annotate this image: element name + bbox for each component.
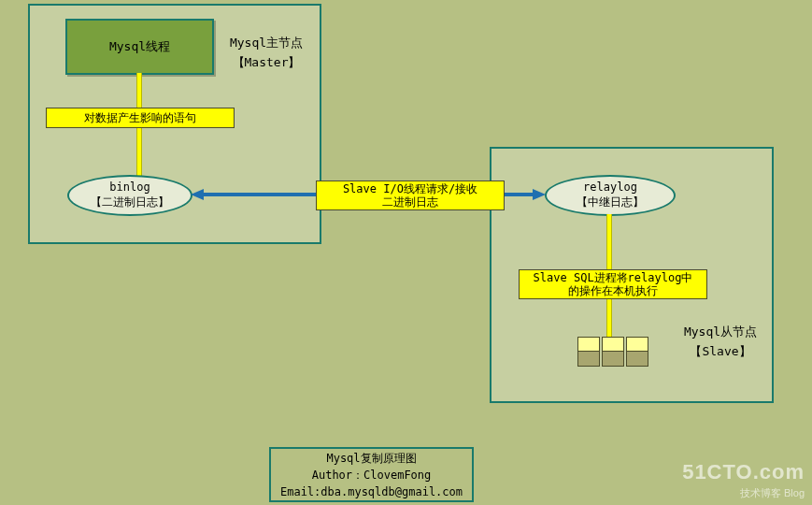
master-title-line1: Mysql主节点 xyxy=(224,34,308,53)
mysql-thread-label: Mysql线程 xyxy=(109,38,170,55)
disk-icon xyxy=(626,337,648,367)
stmt-box: 对数据产生影响的语句 xyxy=(46,108,235,128)
io-thread-label: Slave I/O线程请求/接收 二进制日志 xyxy=(343,182,477,209)
slave-title: Mysql从节点 【Slave】 xyxy=(678,323,762,362)
slave-title-line1: Mysql从节点 xyxy=(678,323,762,342)
footer-box: Mysql复制原理图 Author：ClovemFong Email:dba.m… xyxy=(269,447,474,502)
sql-thread-box: Slave SQL进程将relaylog中 的操作在本机执行 xyxy=(519,269,707,299)
watermark-logo: 51CTO.com xyxy=(682,459,805,486)
relaylog-line1: relaylog xyxy=(583,180,637,195)
svg-marker-3 xyxy=(533,189,546,200)
diagram-canvas: Mysql主节点 【Master】 Mysql线程 对数据产生影响的语句 bin… xyxy=(0,0,812,505)
connector-stmt-to-binlog xyxy=(136,128,142,176)
watermark-sub: 技术博客 Blog xyxy=(682,486,805,499)
stmt-label: 对数据产生影响的语句 xyxy=(84,110,196,126)
binlog-line2: 【二进制日志】 xyxy=(91,195,169,210)
sql-thread-label: Slave SQL进程将relaylog中 的操作在本机执行 xyxy=(534,271,693,298)
arrow-mid-to-binlog xyxy=(191,188,317,201)
watermark: 51CTO.com 技术博客 Blog xyxy=(682,459,805,499)
relaylog-ellipse: relaylog 【中继日志】 xyxy=(545,175,676,216)
footer-email: Email:dba.mysqldb@gmail.com xyxy=(280,483,463,500)
master-title-line2: 【Master】 xyxy=(224,53,308,73)
slave-title-line2: 【Slave】 xyxy=(678,342,762,362)
footer-title: Mysql复制原理图 xyxy=(326,450,416,467)
footer-author: Author：ClovemFong xyxy=(312,467,432,483)
connector-relaylog-to-sql xyxy=(606,214,612,269)
mysql-thread-box: Mysql线程 xyxy=(65,19,214,75)
connector-thread-to-stmt xyxy=(136,73,142,108)
disk-icon xyxy=(602,337,624,367)
relaylog-line2: 【中继日志】 xyxy=(577,195,644,210)
disk-icon xyxy=(577,337,600,367)
binlog-ellipse: binlog 【二进制日志】 xyxy=(67,175,192,216)
binlog-line1: binlog xyxy=(109,180,150,195)
svg-marker-1 xyxy=(191,189,204,200)
connector-sql-to-disk xyxy=(606,299,612,337)
arrow-mid-to-relaylog xyxy=(503,188,546,201)
io-thread-box: Slave I/O线程请求/接收 二进制日志 xyxy=(316,180,505,210)
master-title: Mysql主节点 【Master】 xyxy=(224,34,308,73)
